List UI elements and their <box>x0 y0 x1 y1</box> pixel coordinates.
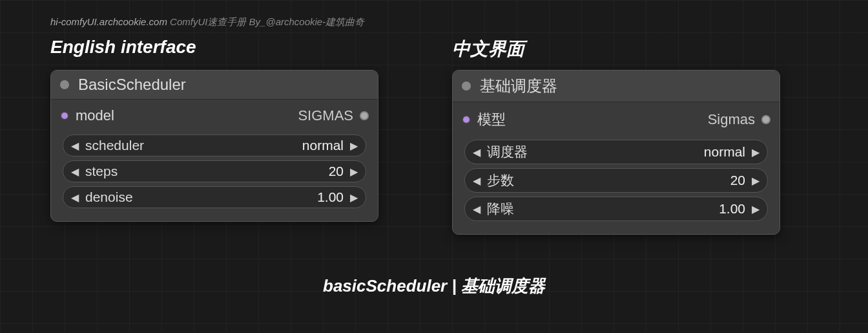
widget-scheduler[interactable]: ◀ 调度器 normal ▶ <box>464 140 768 164</box>
widget-label: scheduler <box>85 138 144 153</box>
node-basic-scheduler-en[interactable]: BasicScheduler model SIGMAS ◀ scheduler … <box>50 70 378 222</box>
chevron-right-icon[interactable]: ▶ <box>752 203 760 215</box>
chevron-left-icon[interactable]: ◀ <box>473 146 480 158</box>
collapse-dot-icon[interactable] <box>60 80 69 89</box>
widget-value[interactable]: 20 <box>514 173 745 188</box>
chevron-right-icon[interactable]: ▶ <box>350 140 358 152</box>
chevron-left-icon[interactable]: ◀ <box>71 191 79 204</box>
node-body: model SIGMAS ◀ scheduler normal ▶ ◀ step… <box>51 100 378 221</box>
input-label: 模型 <box>477 110 506 129</box>
node-header[interactable]: BasicScheduler <box>51 70 378 100</box>
widget-value[interactable]: 1.00 <box>133 189 344 205</box>
widget-label: 步数 <box>487 171 514 189</box>
chevron-right-icon[interactable]: ▶ <box>350 191 358 204</box>
input-socket-model[interactable]: 模型 <box>462 110 506 129</box>
widget-label: 调度器 <box>487 143 528 161</box>
chevron-right-icon[interactable]: ▶ <box>350 166 358 178</box>
chevron-left-icon[interactable]: ◀ <box>473 203 480 215</box>
node-title: BasicScheduler <box>78 76 186 94</box>
socket-icon[interactable] <box>60 111 69 120</box>
node-title: 基础调度器 <box>480 76 557 96</box>
chevron-left-icon[interactable]: ◀ <box>71 166 79 178</box>
watermark-text: hi-comfyUI.archcookie.com ComfyUI速查手册 By… <box>50 16 364 28</box>
node-header[interactable]: 基础调度器 <box>453 70 780 102</box>
watermark-desc: ComfyUI速查手册 By_@archcookie-建筑曲奇 <box>167 16 364 27</box>
input-socket-model[interactable]: model <box>60 107 114 124</box>
output-label: Sigmas <box>708 111 755 128</box>
widget-denoise[interactable]: ◀ 降噪 1.00 ▶ <box>464 197 768 221</box>
chevron-right-icon[interactable]: ▶ <box>752 175 760 187</box>
node-basic-scheduler-zh[interactable]: 基础调度器 模型 Sigmas ◀ 调度器 normal ▶ ◀ 步数 20 ▶… <box>452 70 780 235</box>
collapse-dot-icon[interactable] <box>462 81 471 91</box>
socket-icon[interactable] <box>761 115 770 124</box>
chevron-left-icon[interactable]: ◀ <box>473 175 480 187</box>
io-row: model SIGMAS <box>59 105 370 131</box>
interface-label-english: English interface <box>50 37 196 58</box>
socket-icon[interactable] <box>462 115 471 124</box>
widget-denoise[interactable]: ◀ denoise 1.00 ▶ <box>63 186 366 208</box>
widget-value[interactable]: normal <box>528 144 745 160</box>
output-label: SIGMAS <box>298 107 353 124</box>
input-label: model <box>76 107 114 124</box>
io-row: 模型 Sigmas <box>460 107 772 136</box>
widget-label: denoise <box>85 189 133 205</box>
chevron-left-icon[interactable]: ◀ <box>71 140 79 152</box>
caption-text: basicScheduler | 基础调度器 <box>0 275 868 297</box>
output-socket-sigmas[interactable]: SIGMAS <box>298 107 369 124</box>
output-socket-sigmas[interactable]: Sigmas <box>708 111 770 128</box>
widget-value[interactable]: normal <box>144 138 344 153</box>
widget-steps[interactable]: ◀ steps 20 ▶ <box>63 160 366 182</box>
widget-label: 降噪 <box>487 200 514 218</box>
widget-steps[interactable]: ◀ 步数 20 ▶ <box>464 168 768 193</box>
socket-icon[interactable] <box>360 111 369 120</box>
node-body: 模型 Sigmas ◀ 调度器 normal ▶ ◀ 步数 20 ▶ ◀ 降噪 … <box>453 102 780 234</box>
widget-scheduler[interactable]: ◀ scheduler normal ▶ <box>63 134 366 156</box>
widget-value[interactable]: 1.00 <box>514 201 745 217</box>
chevron-right-icon[interactable]: ▶ <box>752 146 760 158</box>
widget-value[interactable]: 20 <box>118 164 344 179</box>
watermark-url: hi-comfyUI.archcookie.com <box>50 16 167 27</box>
interface-label-chinese: 中文界面 <box>452 37 524 61</box>
widget-label: steps <box>85 164 118 179</box>
